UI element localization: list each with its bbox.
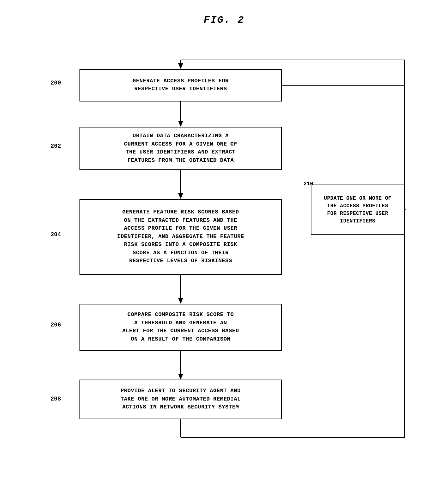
label-204: 204 [51,231,61,238]
box-208: PROVIDE ALERT TO SECURITY AGENT AND TAKE… [79,380,282,419]
svg-marker-3 [178,193,183,199]
box-204: GENERATE FEATURE RISK SCORES BASED ON TH… [79,199,282,275]
svg-marker-1 [178,121,183,127]
label-208: 208 [51,396,61,402]
svg-marker-7 [178,374,183,380]
diagram-container: 200 GENERATE ACCESS PROFILES FOR RESPECT… [29,40,419,481]
label-206: 206 [51,322,61,328]
svg-marker-5 [178,298,183,304]
label-202: 202 [51,143,61,150]
box-210: UPDATE ONE OR MORE OF THE ACCESS PROFILE… [311,185,405,235]
svg-marker-12 [178,63,183,69]
box-200: GENERATE ACCESS PROFILES FOR RESPECTIVE … [79,69,282,101]
box-206: COMPARE COMPOSITE RISK SCORE TO A THRESH… [79,304,282,351]
label-200: 200 [51,80,61,86]
page: FIG. 2 [0,0,448,489]
box-202: OBTAIN DATA CHARACTERIZING A CURRENT ACC… [79,127,282,170]
figure-title: FIG. 2 [22,14,426,26]
